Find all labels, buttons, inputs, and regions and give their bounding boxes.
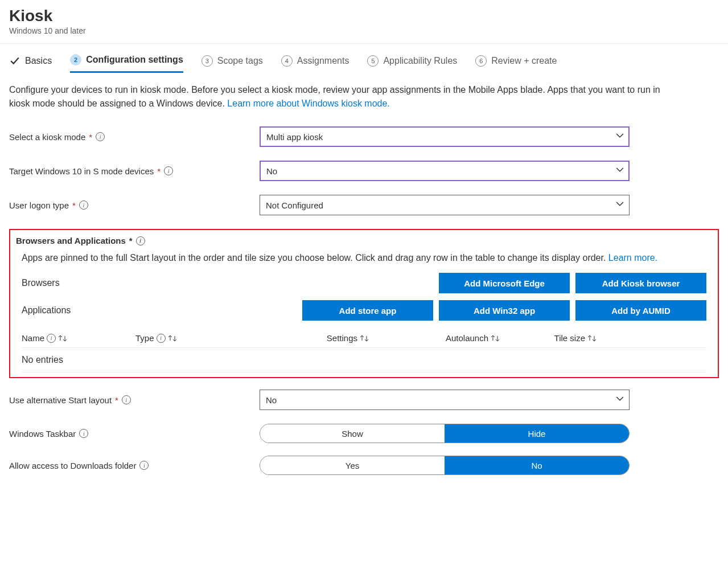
section-description: Apps are pinned to the full Start layout… — [16, 251, 712, 273]
field-alt-start: Use alternative Start layout * i No — [9, 390, 719, 410]
col-settings[interactable]: Settings — [255, 333, 369, 343]
tab-number: 2 — [70, 54, 81, 65]
taskbar-hide[interactable]: Hide — [445, 424, 629, 443]
applications-label: Applications — [22, 305, 215, 316]
taskbar-toggle: Show Hide — [260, 424, 630, 443]
info-icon[interactable]: i — [164, 166, 173, 175]
table-empty: No entries — [22, 348, 706, 372]
info-icon[interactable]: i — [136, 236, 145, 245]
tab-label: Assignments — [297, 56, 349, 66]
tab-number: 5 — [367, 55, 379, 67]
tab-number: 6 — [475, 55, 487, 67]
sort-icon — [168, 334, 177, 342]
required-marker: * — [157, 166, 161, 176]
browsers-row: Browsers Add Microsoft Edge Add Kiosk br… — [22, 273, 706, 293]
tab-label: Review + create — [491, 56, 557, 66]
required-marker: * — [72, 200, 76, 210]
sort-icon — [587, 334, 597, 342]
logon-type-select[interactable]: Not Configured — [260, 195, 630, 215]
sort-icon — [491, 334, 500, 342]
field-label-text: Target Windows 10 in S mode devices — [9, 166, 154, 176]
downloads-yes[interactable]: Yes — [260, 456, 445, 474]
tab-assignments[interactable]: 4 Assignments — [281, 54, 349, 73]
info-icon[interactable]: i — [47, 334, 56, 343]
taskbar-show[interactable]: Show — [260, 424, 445, 443]
field-label-text: Use alternative Start layout — [9, 395, 112, 405]
page-title: Kiosk — [9, 7, 719, 25]
field-label-text: Select a kiosk mode — [9, 132, 85, 142]
add-edge-button[interactable]: Add Microsoft Edge — [439, 273, 570, 293]
info-icon[interactable]: i — [96, 132, 105, 141]
field-taskbar: Windows Taskbar i Show Hide — [9, 424, 719, 443]
browsers-label: Browsers — [22, 278, 215, 288]
col-tile-size[interactable]: Tile size — [500, 333, 597, 343]
col-type[interactable]: Type i — [135, 333, 255, 343]
tab-basics[interactable]: Basics — [9, 54, 52, 73]
add-aumid-button[interactable]: Add by AUMID — [575, 300, 706, 321]
learn-more-link[interactable]: Learn more. — [608, 253, 657, 263]
field-label-text: Windows Taskbar — [9, 429, 76, 439]
tab-label: Basics — [25, 56, 52, 66]
required-marker: * — [129, 236, 133, 245]
field-kiosk-mode: Select a kiosk mode * i Multi app kiosk — [9, 126, 719, 147]
tab-scope-tags[interactable]: 3 Scope tags — [201, 54, 263, 73]
add-kiosk-browser-button[interactable]: Add Kiosk browser — [575, 273, 706, 293]
field-logon-type: User logon type * i Not Configured — [9, 195, 719, 215]
add-win32-app-button[interactable]: Add Win32 app — [439, 300, 570, 321]
check-icon — [9, 55, 20, 67]
sort-icon — [360, 334, 369, 342]
page-header: Kiosk Windows 10 and later — [0, 0, 728, 40]
required-marker: * — [115, 395, 118, 405]
applications-row: Applications Add store app Add Win32 app… — [22, 300, 706, 321]
kiosk-mode-select[interactable]: Multi app kiosk — [260, 126, 630, 147]
page-subtitle: Windows 10 and later — [9, 26, 719, 35]
field-label-text: User logon type — [9, 200, 69, 210]
info-icon[interactable]: i — [79, 200, 88, 210]
learn-more-link[interactable]: Learn more about Windows kiosk mode. — [227, 99, 389, 108]
tab-configuration-settings[interactable]: 2 Configuration settings — [70, 54, 183, 73]
info-icon[interactable]: i — [157, 334, 166, 343]
tab-label: Applicability Rules — [383, 56, 457, 66]
col-name[interactable]: Name i — [22, 333, 135, 343]
required-marker: * — [89, 132, 92, 142]
sort-icon — [58, 334, 67, 342]
info-icon[interactable]: i — [139, 461, 149, 470]
tab-number: 3 — [201, 55, 213, 67]
tab-label: Scope tags — [217, 56, 263, 66]
col-autolaunch[interactable]: Autolaunch — [369, 333, 500, 343]
tab-review-create[interactable]: 6 Review + create — [475, 54, 557, 73]
wizard-tabs: Basics 2 Configuration settings 3 Scope … — [0, 44, 728, 73]
section-title-text: Browsers and Applications — [16, 236, 126, 245]
field-label-text: Allow access to Downloads folder — [9, 461, 136, 470]
tab-applicability-rules[interactable]: 5 Applicability Rules — [367, 54, 457, 73]
apps-table: Name i Type i Settings Autolaunch — [16, 327, 712, 372]
browsers-apps-section: Browsers and Applications * i Apps are p… — [9, 229, 719, 378]
downloads-toggle: Yes No — [260, 456, 630, 475]
table-header: Name i Type i Settings Autolaunch — [22, 327, 706, 348]
add-store-app-button[interactable]: Add store app — [302, 300, 433, 321]
alt-start-select[interactable]: No — [260, 390, 630, 410]
field-downloads: Allow access to Downloads folder i Yes N… — [9, 456, 719, 475]
field-s-mode: Target Windows 10 in S mode devices * i … — [9, 161, 719, 181]
tab-number: 4 — [281, 55, 293, 67]
info-icon[interactable]: i — [79, 429, 88, 438]
tab-label: Configuration settings — [86, 55, 183, 65]
s-mode-select[interactable]: No — [260, 161, 630, 181]
downloads-no[interactable]: No — [445, 456, 629, 474]
info-icon[interactable]: i — [122, 395, 131, 404]
intro-text: Configure your devices to run in kiosk m… — [9, 83, 664, 110]
